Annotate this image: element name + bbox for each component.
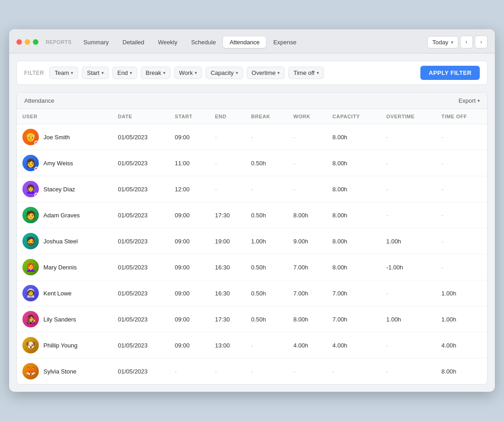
table-header-bar: Attendance Export ▾: [17, 93, 487, 109]
empty-value: -: [386, 212, 388, 219]
filter-team[interactable]: Team ▾: [49, 67, 78, 79]
cell-end: 13:00: [209, 332, 245, 358]
export-button[interactable]: Export ▾: [458, 97, 480, 104]
user-cell: 👩‍🦰Mary Dennis: [17, 254, 112, 280]
empty-value: -: [293, 134, 295, 141]
user-name: Phillip Young: [43, 342, 77, 349]
tab-attendance[interactable]: Attendance: [223, 37, 266, 48]
tab-expense[interactable]: Expense: [267, 37, 303, 48]
today-button[interactable]: Today ▾: [427, 36, 458, 48]
empty-value: -: [215, 186, 217, 193]
user-cell: 👩‍🦱Stacey Diaz: [17, 176, 112, 202]
minimize-button[interactable]: [25, 39, 30, 45]
user-name: Sylvia Stone: [43, 368, 76, 375]
col-time-off: TIME OFF: [436, 109, 487, 124]
titlebar: REPORTS Summary Detailed Weekly Schedule…: [9, 29, 495, 53]
cell-date: 01/05/2023: [112, 150, 170, 176]
cell-start: 09:00: [170, 280, 210, 306]
cell-break: 0.50h: [246, 202, 288, 228]
user-name: Joe Smith: [43, 134, 70, 141]
col-start: START: [170, 109, 210, 124]
tab-summary[interactable]: Summary: [77, 37, 115, 48]
attendance-table-container: Attendance Export ▾ USER DATE START END …: [16, 92, 488, 384]
filter-end[interactable]: End ▾: [112, 67, 137, 79]
empty-value: -: [386, 134, 388, 141]
chevron-down-icon: ▾: [317, 70, 319, 75]
table-row: 🐶Phillip Young01/05/202309:0013:00-4.00h…: [17, 332, 487, 358]
empty-value: -: [386, 290, 388, 297]
filter-start[interactable]: Start ▾: [82, 67, 108, 79]
filter-time-off[interactable]: Time off ▾: [288, 67, 324, 79]
empty-value: -: [293, 368, 295, 375]
maximize-button[interactable]: [33, 39, 38, 45]
cell-time_off: -: [436, 254, 487, 280]
empty-value: -: [386, 368, 388, 375]
cell-date: 01/05/2023: [112, 176, 170, 202]
empty-value: -: [441, 238, 443, 245]
empty-value: -: [386, 342, 388, 349]
app-window: REPORTS Summary Detailed Weekly Schedule…: [9, 29, 495, 392]
cell-time_off: 1.00h: [436, 280, 487, 306]
tab-schedule[interactable]: Schedule: [185, 37, 222, 48]
attendance-table: USER DATE START END BREAK WORK CAPACITY …: [17, 109, 487, 384]
chevron-down-icon: ▾: [71, 70, 73, 75]
empty-value: -: [441, 264, 443, 271]
empty-value: -: [333, 368, 334, 375]
empty-value: -: [441, 212, 443, 219]
avatar: 👩: [22, 155, 39, 171]
empty-value: -: [251, 186, 253, 193]
filter-break[interactable]: Break ▾: [141, 67, 170, 79]
apply-filter-button[interactable]: APPLY FILTER: [420, 66, 480, 80]
empty-value: -: [215, 134, 217, 141]
cell-break: -: [246, 176, 288, 202]
cell-overtime: -: [381, 280, 436, 306]
col-capacity: CAPACITY: [327, 109, 381, 124]
filter-bar: FILTER Team ▾ Start ▾ End ▾ Break ▾ Work…: [16, 61, 488, 85]
table-row: 👩‍🦰Mary Dennis01/05/202309:0016:300.50h7…: [17, 254, 487, 280]
cell-start: 09:00: [170, 228, 210, 254]
avatar: 👴: [22, 129, 39, 145]
tab-detailed[interactable]: Detailed: [116, 37, 151, 48]
cell-time_off: 8.00h: [436, 358, 487, 384]
user-cell: 👩‍🎤Lily Sanders: [17, 306, 112, 332]
filter-capacity[interactable]: Capacity ▾: [206, 67, 243, 79]
filter-work[interactable]: Work ▾: [174, 67, 202, 79]
table-header-row: USER DATE START END BREAK WORK CAPACITY …: [17, 109, 487, 124]
cell-time_off: -: [436, 228, 487, 254]
cell-end: 16:30: [209, 280, 245, 306]
prev-button[interactable]: ‹: [460, 36, 473, 48]
cell-work: 7.00h: [288, 280, 327, 306]
avatar: 👩‍🦰: [22, 259, 39, 275]
cell-work: -: [288, 150, 327, 176]
traffic-lights: [16, 39, 38, 45]
chevron-down-icon: ▾: [130, 70, 132, 75]
avatar: 🧔: [22, 233, 39, 249]
cell-work: 8.00h: [288, 202, 327, 228]
user-name: Kent Lowe: [43, 290, 71, 297]
tab-weekly[interactable]: Weekly: [152, 37, 184, 48]
cell-overtime: -: [381, 176, 436, 202]
cell-time_off: -: [436, 202, 487, 228]
cell-break: -: [246, 124, 288, 150]
cell-capacity: 7.00h: [327, 280, 381, 306]
user-name: Mary Dennis: [43, 264, 77, 271]
close-button[interactable]: [16, 39, 22, 45]
reports-label: REPORTS: [46, 39, 71, 45]
next-button[interactable]: ›: [475, 36, 488, 48]
cell-time_off: -: [436, 150, 487, 176]
cell-overtime: 1.00h: [381, 306, 436, 332]
cell-end: -: [209, 124, 245, 150]
cell-break: 1.00h: [246, 228, 288, 254]
cell-date: 01/05/2023: [112, 280, 170, 306]
cell-break: 0.50h: [246, 150, 288, 176]
cell-break: -: [246, 358, 288, 384]
cell-overtime: 1.00h: [381, 228, 436, 254]
col-date: DATE: [112, 109, 170, 124]
chevron-down-icon: ▾: [236, 70, 238, 75]
filter-overtime[interactable]: Overtime ▾: [247, 67, 285, 79]
cell-capacity: 8.00h: [327, 202, 381, 228]
empty-value: -: [386, 160, 388, 167]
avatar: 👩‍🦱: [22, 181, 39, 197]
status-away-dot: [34, 193, 39, 197]
filter-label: FILTER: [24, 70, 44, 76]
